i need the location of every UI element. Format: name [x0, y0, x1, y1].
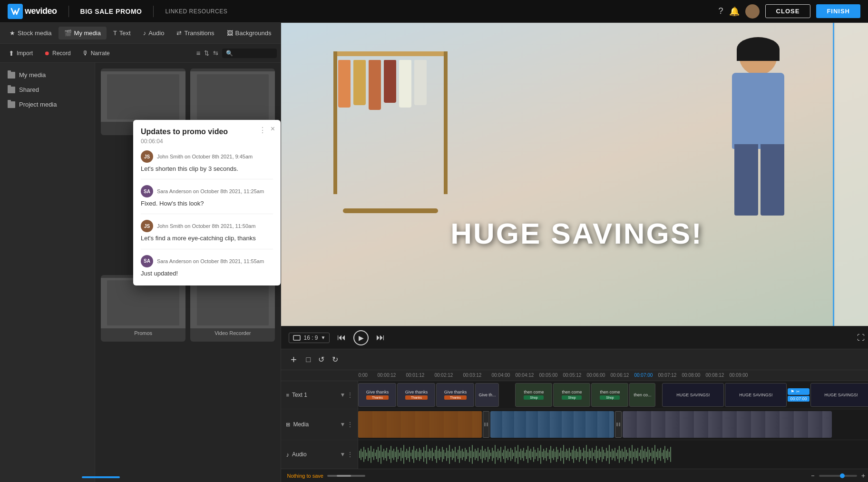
svg-rect-151 [567, 451, 568, 458]
svg-rect-107 [505, 446, 506, 463]
text-clip-give-thanks-2[interactable]: Give thanksThanks [397, 383, 435, 407]
sidebar-item-shared[interactable]: Shared [0, 82, 95, 97]
aspect-ratio-selector[interactable]: 16 : 9 ▼ [289, 333, 330, 343]
svg-rect-199 [636, 451, 637, 458]
comment-meta-3: JS John Smith on October 8th 2021, 11:50… [141, 220, 273, 232]
track-dropdown-media[interactable]: ▼ [340, 421, 346, 428]
play-button[interactable]: ▶ [353, 330, 369, 345]
track-dropdown-audio[interactable]: ▼ [340, 451, 346, 458]
finish-button[interactable]: FINISH [816, 4, 860, 18]
undo-button[interactable]: ↺ [316, 353, 326, 366]
filter-icon-1[interactable]: ≡ [196, 49, 201, 57]
track-menu-media[interactable]: ⋮ [347, 421, 353, 428]
tab-backgrounds[interactable]: 🖼 Backgrounds [221, 27, 277, 39]
comment-text-4: Just updated! [141, 269, 273, 278]
sub-tab-import[interactable]: ⬆ Import [4, 47, 38, 59]
svg-rect-26 [389, 450, 390, 459]
svg-rect-154 [572, 450, 573, 459]
top-bar: wevideo BIG SALE PROMO LINKED RESOURCES … [0, 0, 868, 23]
svg-rect-105 [502, 452, 503, 456]
track-menu-audio[interactable]: ⋮ [347, 451, 353, 458]
svg-rect-218 [663, 450, 664, 459]
user-avatar[interactable] [745, 4, 760, 19]
svg-rect-62 [440, 452, 441, 457]
zoom-controls: － ＋ [809, 472, 867, 480]
add-track-button[interactable]: + [287, 353, 300, 366]
svg-rect-83 [470, 451, 471, 458]
popup-close-button[interactable]: × [271, 125, 275, 133]
text-clip-give-thanks-1[interactable]: Give thanksThanks [358, 383, 396, 407]
text-clip-then-come-3[interactable]: then comeShop [591, 383, 628, 407]
text-clip-then-come-1[interactable]: then comeShop [515, 383, 552, 407]
close-button[interactable]: CLOSE [765, 4, 811, 18]
track-content-media [358, 409, 868, 440]
time-marks: 0:00 00:00:12 00:01:12 00:02:12 00:03:12… [358, 373, 795, 378]
track-menu-text1[interactable]: ⋮ [347, 392, 353, 398]
sub-tabs: ⬆ Import ⏺ Record 🎙 Narrate ≡ ⇅ ⇆ 🔍 [0, 44, 281, 63]
svg-rect-109 [507, 449, 508, 460]
tab-stock-media[interactable]: ★ Stock media [4, 27, 58, 39]
svg-rect-21 [382, 452, 383, 457]
svg-rect-80 [466, 450, 467, 459]
svg-rect-136 [546, 448, 547, 461]
media-clip-person[interactable] [490, 411, 614, 438]
preview-overlay-text: HUGE SAVINGS! [281, 216, 868, 250]
zoom-out-button[interactable]: － [809, 472, 816, 480]
svg-rect-15 [373, 449, 374, 460]
linked-resources-link[interactable]: LINKED RESOURCES [165, 8, 227, 15]
sidebar-item-my-media[interactable]: My media [0, 68, 95, 82]
sub-tab-record[interactable]: ⏺ Record [39, 48, 76, 59]
main-layout: ★ Stock media 🎬 My media T Text ♪ Audio … [0, 23, 868, 482]
sub-tab-narrate[interactable]: 🎙 Narrate [78, 47, 115, 59]
svg-rect-27 [390, 446, 391, 463]
clothes-rack [329, 51, 452, 213]
text-clip-huge-savings-3[interactable]: HUGE SAVINGS! [810, 383, 868, 407]
sidebar-item-project-media[interactable]: Project media [0, 97, 95, 112]
text-clip-then-come-4[interactable]: then co... [629, 383, 655, 407]
text-clip-give-thanks-4[interactable]: Give th... [475, 383, 499, 407]
upload-icon: ⬆ [9, 49, 14, 57]
time-mark-11: 00:07:00 [634, 373, 658, 378]
popup-menu-button[interactable]: ⋮ [259, 126, 266, 135]
skip-forward-button[interactable]: ⏭ [374, 331, 387, 344]
media-clip-food[interactable] [358, 411, 482, 438]
svg-rect-95 [488, 447, 488, 462]
text-clip-huge-savings-2[interactable]: HUGE SAVINGS! [725, 383, 787, 407]
tab-my-media[interactable]: 🎬 My media [59, 27, 107, 39]
text-clip-give-thanks-3[interactable]: Give thanksThanks [436, 383, 474, 407]
help-icon[interactable]: ? [719, 6, 723, 16]
text-clip-then-come-2[interactable]: then comeShop [553, 383, 590, 407]
svg-rect-210 [652, 448, 653, 461]
search-input[interactable] [235, 50, 273, 57]
svg-rect-148 [563, 445, 564, 464]
media-clip-fashion[interactable] [623, 411, 832, 438]
track-dropdown-text1[interactable]: ▼ [340, 392, 346, 398]
track-type-icon-audio: ♪ [286, 451, 289, 458]
filter-icon-2[interactable]: ⇅ [204, 49, 209, 57]
svg-rect-175 [602, 447, 603, 462]
redo-button[interactable]: ↻ [330, 353, 340, 366]
skip-back-button[interactable]: ⏮ [335, 331, 348, 344]
timeline-template-button[interactable]: □ [304, 354, 312, 366]
zoom-in-button[interactable]: ＋ [860, 472, 867, 480]
text-clip-huge-savings-1[interactable]: HUGE SAVINGS! [662, 383, 724, 407]
tab-transitions[interactable]: ⇄ Transitions [171, 27, 220, 39]
svg-rect-12 [369, 451, 370, 458]
track-type-icon-media: ⊞ [286, 422, 290, 428]
bottom-scrollbar[interactable] [327, 475, 365, 477]
filter-icon-3[interactable]: ⇆ [213, 49, 218, 57]
text-tab-icon: T [113, 30, 117, 37]
svg-rect-0 [293, 335, 300, 340]
zoom-slider[interactable] [819, 475, 857, 477]
tab-text[interactable]: T Text [107, 27, 137, 39]
notifications-icon[interactable]: 🔔 [729, 6, 740, 17]
svg-rect-101 [496, 452, 497, 457]
svg-rect-97 [490, 452, 491, 456]
tab-audio[interactable]: ♪ Audio [137, 27, 170, 39]
svg-rect-181 [610, 452, 611, 457]
svg-rect-37 [405, 452, 406, 457]
garment-4 [384, 60, 396, 103]
svg-rect-23 [385, 451, 386, 458]
svg-rect-45 [416, 449, 417, 460]
fullscreen-button[interactable]: ⛶ [857, 334, 865, 342]
